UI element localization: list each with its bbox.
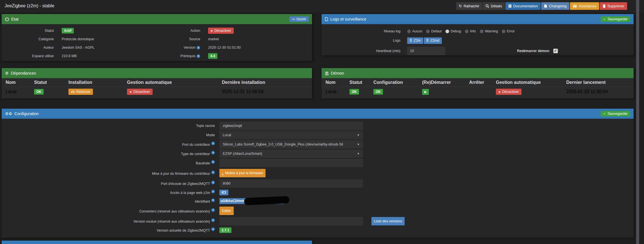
type-controleur-select[interactable]: EZSP (Atlas/Luna/Smart) ▼ bbox=[219, 149, 363, 158]
book-icon bbox=[508, 4, 512, 8]
identifiant-value[interactable]: uG9IAoC2Hmh5io bbox=[219, 198, 284, 204]
help-icon[interactable] bbox=[211, 190, 215, 193]
x-icon: × bbox=[211, 29, 213, 33]
dep-nom: Local bbox=[6, 89, 34, 94]
topic-racine-label: Topic racine bbox=[2, 124, 215, 128]
demon-panel-title: Démon bbox=[331, 71, 344, 75]
help-icon[interactable] bbox=[211, 171, 215, 174]
acces-web-label: Accès à la page web z2m bbox=[170, 191, 210, 195]
update-firmware-button[interactable]: ↓ Mettre à jour le firmware bbox=[219, 169, 266, 177]
port-controleur-select[interactable]: Silicon_Labs Sonoff_Zigbee_3.0_USB_Dongl… bbox=[219, 140, 363, 149]
radio-error[interactable]: Error bbox=[502, 29, 515, 33]
download-icon: ↓ bbox=[222, 171, 224, 175]
table-row: Local OK Relancer ×Désactiver 2025-12-31… bbox=[2, 87, 312, 97]
logs-panel-title: Logs et surveillance bbox=[330, 17, 366, 21]
port-ecoute-input[interactable] bbox=[219, 179, 363, 188]
mode-select[interactable]: Local ▼ bbox=[219, 131, 363, 139]
help-icon[interactable] bbox=[211, 218, 215, 222]
relaunch-button[interactable]: Relancer bbox=[68, 89, 93, 95]
topic-racine-input[interactable] bbox=[219, 122, 363, 130]
x-icon: × bbox=[130, 90, 132, 94]
changelog-button[interactable]: Changelog bbox=[541, 2, 569, 10]
col-nom: Nom bbox=[326, 80, 349, 85]
demon-start-button[interactable]: ▶ bbox=[422, 89, 429, 95]
col-installation: Installation bbox=[68, 80, 127, 85]
check-icon: ✓ bbox=[603, 17, 606, 21]
radio-info[interactable]: Info bbox=[465, 29, 476, 33]
logs-save-button[interactable]: ✓ Sauvegarder bbox=[601, 16, 630, 22]
radio-debug[interactable]: Debug bbox=[445, 29, 461, 33]
refresh-icon: ↻ bbox=[459, 4, 462, 8]
help-icon[interactable] bbox=[197, 54, 200, 58]
radio-icon bbox=[465, 30, 469, 33]
help-icon[interactable] bbox=[197, 46, 200, 50]
port-controleur-label: Port du contrôleur bbox=[182, 143, 210, 147]
chevron-down-icon: ▼ bbox=[357, 143, 360, 146]
play-icon: ▶ bbox=[424, 90, 427, 94]
radio-icon bbox=[480, 30, 483, 33]
radio-aucun[interactable]: Aucun bbox=[407, 29, 422, 33]
configuration-save-button[interactable]: ✓ Sauvegarder bbox=[601, 111, 630, 117]
refresh-button[interactable]: ↻ Rafraichir bbox=[456, 2, 482, 10]
statut-label: Statut bbox=[2, 26, 54, 35]
help-icon[interactable] bbox=[211, 227, 215, 231]
source-label: Source bbox=[147, 35, 200, 43]
demon-config-badge: OK bbox=[373, 89, 383, 95]
etat-panel-header: Etat ↪ Ouvrir bbox=[2, 14, 312, 24]
scrollbar[interactable] bbox=[636, 0, 639, 244]
disable-plugin-button[interactable]: ×Désactiver bbox=[208, 28, 234, 34]
assistance-button[interactable]: Assistance bbox=[570, 2, 599, 10]
demon-disable-button[interactable]: ×Désactiver bbox=[496, 89, 522, 95]
restart-demon-label: Redémarrer démon bbox=[517, 49, 549, 53]
dependances-panel-header: ⚙ Dépendances bbox=[2, 68, 312, 78]
etat-panel-title: Etat bbox=[11, 17, 19, 21]
heartbeat-label: Heartbeat (min) bbox=[322, 49, 400, 53]
relaunch-icon bbox=[71, 90, 75, 94]
open-button[interactable]: ↪ Ouvrir bbox=[289, 16, 309, 22]
prerequis-badge: 4.4 bbox=[208, 53, 217, 59]
auteur-label: Auteur bbox=[2, 43, 54, 52]
col-gestion: Gestion automatique bbox=[127, 80, 222, 85]
help-icon[interactable] bbox=[211, 181, 215, 184]
heartbeat-input[interactable] bbox=[407, 47, 445, 55]
log-z2md-button[interactable]: Z2md bbox=[424, 37, 442, 44]
converters-edit-button[interactable]: Editer bbox=[219, 207, 234, 215]
demon-dernier-lancement: 2026-01-03 11:30:04 bbox=[566, 89, 630, 94]
radio-warning[interactable]: Warning bbox=[480, 29, 498, 33]
radio-defaut[interactable]: Defaut bbox=[426, 29, 442, 33]
col-statut: Statut bbox=[34, 80, 68, 85]
configuration-panel-title: Configuration bbox=[14, 111, 39, 116]
z2m-web-link-button[interactable]: ICI bbox=[219, 190, 228, 195]
page-title: JeeZigbee (z2m) - stable bbox=[5, 3, 54, 8]
log-z2m-button[interactable]: Z2m bbox=[407, 37, 423, 44]
help-icon[interactable] bbox=[211, 151, 215, 155]
niveau-log-label: Niveau log bbox=[322, 29, 400, 33]
help-icon[interactable] bbox=[211, 142, 215, 145]
dep-derniere-install: 2025-12-31 11:46:59 bbox=[222, 89, 308, 94]
help-icon[interactable] bbox=[211, 208, 215, 212]
demon-status-badge: OK bbox=[349, 89, 359, 95]
type-controleur-label: Type de contrôleur bbox=[181, 152, 210, 156]
espace-label: Espace utilisé bbox=[2, 52, 54, 60]
search-icon bbox=[485, 4, 489, 8]
prerequis-label: Prérequis bbox=[181, 54, 196, 58]
col-derniere: Dernière installation bbox=[222, 80, 308, 85]
documentation-button[interactable]: Documentation bbox=[505, 2, 541, 10]
file-icon bbox=[544, 4, 547, 8]
baudrate-input[interactable] bbox=[219, 159, 363, 167]
dep-status-badge: OK bbox=[34, 89, 44, 95]
col-configuration: Configuration bbox=[373, 80, 422, 85]
details-button[interactable]: Détails bbox=[483, 2, 505, 10]
configuration-panel-body: Topic racine Mode Local ▼ Port du contrô… bbox=[2, 119, 634, 238]
dep-disable-button[interactable]: ×Désactiver bbox=[127, 89, 153, 95]
versions-list-button[interactable]: Liste des versions bbox=[371, 217, 405, 225]
version-voulue-input[interactable] bbox=[219, 217, 363, 225]
table-row: Local OK OK ▶ ×Désactiver 2026-01-03 11:… bbox=[322, 87, 634, 97]
auteur-value: Jeedom SAS - AGPL bbox=[54, 43, 147, 52]
logs-label: Logs bbox=[322, 39, 400, 42]
help-icon[interactable] bbox=[211, 160, 215, 164]
delete-button[interactable]: Supprimer bbox=[600, 2, 627, 10]
col-arreter: Arrêter bbox=[469, 80, 496, 85]
help-icon[interactable] bbox=[211, 198, 215, 202]
restart-demon-checkbox[interactable]: ✓ bbox=[553, 49, 558, 53]
